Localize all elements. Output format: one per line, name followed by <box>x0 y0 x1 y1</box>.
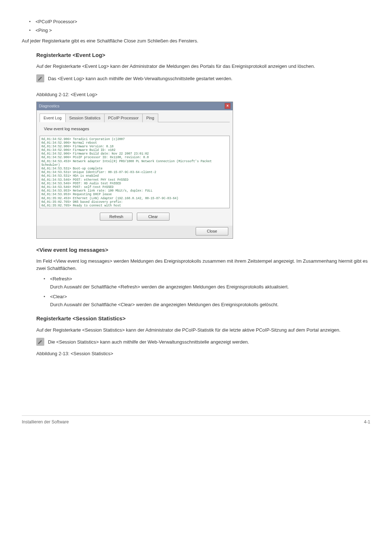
close-icon[interactable]: × <box>225 103 230 109</box>
tab-strip: Event Log Session Statistics PCoIP Proce… <box>40 113 230 123</box>
heading-session-statistics: Registerkarte <Session Statistics> <box>36 315 370 323</box>
para-close-description: Auf jeder Registerkarte gibt es eine Sch… <box>22 37 370 45</box>
clear-description: Durch Auswahl der Schaltfläche <Clear> w… <box>50 301 370 308</box>
view-bullet-list: <Refresh> Durch Auswahl der Schaltfläche… <box>36 275 370 308</box>
heading-event-log: Registerkarte <Event Log> <box>36 51 370 59</box>
bullet-item: <PCoIP Processor> <box>36 19 77 24</box>
bullet-item: <Ping > <box>36 28 52 33</box>
para-view-messages: Im Feld <View event log messages> werden… <box>36 258 370 272</box>
tab-session-statistics[interactable]: Session Statistics <box>65 114 105 123</box>
pencil-note-icon <box>36 338 44 346</box>
dialog-titlebar: Diagnostics × <box>37 102 233 110</box>
note-session-statistics-text: Die <Session Statistics> kann auch mithi… <box>48 338 370 346</box>
tab-event-log[interactable]: Event Log <box>40 114 66 123</box>
refresh-button[interactable]: Refresh <box>100 213 132 221</box>
page-footer: Installieren der Software 4-1 <box>22 415 370 425</box>
footer-right: 4-1 <box>364 419 370 425</box>
clear-button[interactable]: Clear <box>137 213 170 221</box>
dialog-footer: Close <box>37 226 233 238</box>
top-bullet-list: <PCoIP Processor> <Ping > <box>22 18 370 34</box>
tab-pcoip-processor[interactable]: PCoIP Processor <box>104 114 143 123</box>
caption-session-statistics: Abbildung 2-13: <Session Statistics> <box>36 350 370 357</box>
tab-ping[interactable]: Ping <box>142 114 158 123</box>
refresh-label: <Refresh> <box>50 276 72 282</box>
dialog-body: Event Log Session Statistics PCoIP Proce… <box>37 110 233 226</box>
panel-label: View event log messages <box>44 126 230 132</box>
dialog-button-row: Refresh Clear <box>40 213 230 221</box>
note-session-statistics: Die <Session Statistics> kann auch mithi… <box>36 338 370 346</box>
event-log-textarea[interactable]: 0d,01:34:52.906> Teradici Corporation (c… <box>40 136 230 208</box>
footer-left: Installieren der Software <box>22 419 69 425</box>
note-event-log: Das <Event Log> kann auch mithilfe der W… <box>36 74 370 82</box>
pencil-note-icon <box>36 74 44 82</box>
note-event-log-text: Das <Event Log> kann auch mithilfe der W… <box>48 75 370 82</box>
caption-event-log: Abbildung 2-12: <Event Log> <box>36 91 370 98</box>
heading-view-messages: <View event log messages> <box>36 246 370 254</box>
refresh-description: Durch Auswahl der Schaltfläche <Refresh>… <box>50 283 370 291</box>
para-session-statistics: Auf der Registerkarte <Session Statistic… <box>36 327 370 334</box>
close-button[interactable]: Close <box>196 227 228 235</box>
diagnostics-dialog: Diagnostics × Event Log Session Statisti… <box>36 102 233 239</box>
clear-label: <Clear> <box>50 294 67 299</box>
para-event-log: Auf der Registerkarte <Event Log> kann d… <box>36 63 370 70</box>
dialog-title: Diagnostics <box>39 103 60 109</box>
